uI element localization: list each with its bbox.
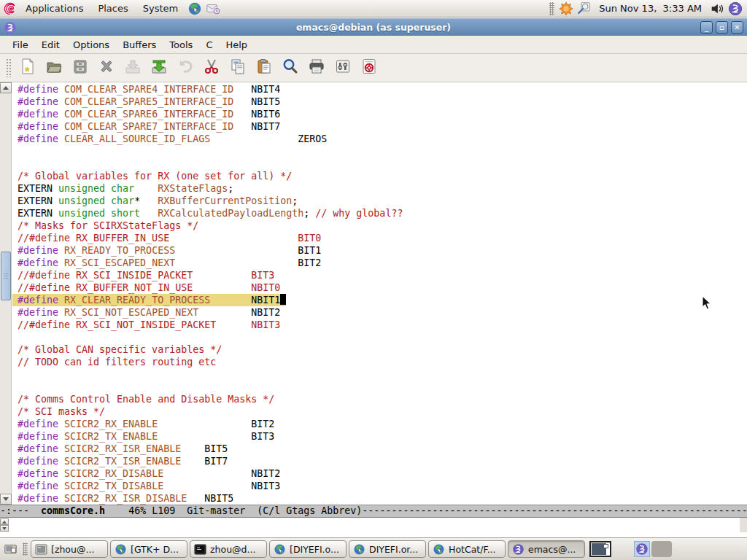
taskbar-button[interactable]: [GTK+ D... [110,540,187,558]
code-line[interactable]: EXTERN unsigned char* RXBufferCurrentPos… [18,195,747,207]
save-as-button[interactable] [147,56,171,79]
toolbar-grip[interactable] [6,58,12,77]
code-line[interactable]: //#define RX_SCI_NOT_INSIDE_PACKET NBIT3 [18,319,747,331]
code-line[interactable]: // TODO can id filters routing etc [18,356,747,368]
code-line[interactable]: #define RX_SCI_ESCAPED_NEXT BIT2 [18,257,747,269]
tray-emacs-icon[interactable] [634,541,650,557]
tray-slot[interactable] [651,541,672,557]
code-line[interactable] [18,145,747,158]
paste-button[interactable] [252,56,276,79]
code-line[interactable]: #define SCICR2_TX_ISR_ENABLE BIT7 [18,455,747,467]
code-line[interactable]: #define RX_CLEAR_READY_TO_PROCESS NBIT1 [18,294,747,306]
search-button[interactable] [278,56,303,79]
code-line[interactable]: /* Global CAN specific variables */ [18,343,747,356]
emacs-icon[interactable] [727,1,743,16]
code-line[interactable]: #define RX_SCI_NOT_ESCAPED_NEXT NBIT2 [18,306,747,319]
menu-options[interactable]: Options [66,37,116,52]
code-line[interactable]: #define SCICR2_RX_ENABLE BIT2 [18,418,747,430]
menu-buffers[interactable]: Buffers [116,37,163,52]
mail-icon[interactable] [205,1,220,16]
code-line[interactable]: EXTERN unsigned short RXCalculatedPayloa… [18,207,747,219]
minibuffer-scroll-down-button[interactable] [0,525,9,532]
copy-button[interactable] [225,56,250,79]
left-scrollbar[interactable] [0,82,12,505]
open-file-button[interactable] [42,56,66,79]
cut-button[interactable] [199,56,224,79]
workspace-switcher[interactable] [589,541,611,557]
code-line[interactable] [18,331,747,343]
menu-edit[interactable]: Edit [35,37,66,52]
code-line[interactable]: #define COM_CLEAR_SPARE7_INTERFACE_ID NB… [18,120,747,133]
debian-logo-icon[interactable] [1,1,17,16]
menu-tools[interactable]: Tools [163,37,199,52]
tasklist-drag-handle[interactable] [23,542,28,556]
code-line[interactable]: //#define RX_BUFFER_IN_USE BIT0 [18,232,747,244]
print-button[interactable] [304,56,329,79]
browser-globe-icon[interactable] [187,1,202,16]
menu-help[interactable]: Help [219,37,254,52]
code-line[interactable]: #define SCICR2_TX_ENABLE BIT3 [18,430,747,443]
panel-menu-applications[interactable]: Applications [18,0,90,18]
menu-file[interactable]: File [6,37,35,52]
code-line[interactable]: #define CLEAR_ALL_SOURCE_ID_FLAGS ZEROS [18,133,747,145]
taskbar-button[interactable]: HotCat/F... [428,540,506,558]
cut-icon [203,58,220,78]
panel-menu-places[interactable]: Places [90,0,135,18]
taskbar-button[interactable]: DIYEFI.or... [349,540,426,558]
emacs-modeline: -:--- commsCore.h 46% L109 Git-master (C… [0,505,747,518]
updates-starburst-icon[interactable] [558,1,573,16]
taskbar-button[interactable]: emacs@... [508,540,585,558]
taskbar-button[interactable]: [zhou@... [31,540,108,558]
show-desktop-button[interactable] [1,540,19,558]
save-button [120,56,145,79]
code-line[interactable]: /* SCI masks */ [18,405,747,418]
taskbar-button[interactable]: [DIYEFI.o... [269,540,347,558]
minimize-button[interactable]: _ [700,21,713,34]
code-line[interactable] [18,158,747,170]
code-buffer[interactable]: #define COM_CLEAR_SPARE4_INTERFACE_ID NB… [12,82,747,505]
code-line[interactable]: EXTERN unsigned char RXStateFlags; [18,182,747,195]
code-line[interactable]: /* Comms Control Enable and Disable Mask… [18,393,747,405]
menu-c[interactable]: C [199,37,219,52]
help-button[interactable] [357,56,382,79]
emacs-titlebar[interactable]: emacs@debian (as superuser) _ ▫ ✕ [0,18,747,36]
code-line[interactable]: //#define RX_BUFFER_NOT_IN_USE NBIT0 [18,281,747,294]
code-line[interactable]: /* Masks for SCIRXStateFlags */ [18,219,747,232]
code-line[interactable]: //#define RX_SCI_INSIDE_PACKET BIT3 [18,269,747,281]
code-line[interactable] [18,368,747,381]
panel-clock[interactable]: Sun Nov 13, 3:33 AM [593,3,708,14]
code-line[interactable]: #define SCICR2_RX_ISR_DISABLE NBIT5 [18,492,747,505]
code-line[interactable]: #define SCICR2_TX_DISABLE NBIT3 [18,480,747,492]
maximize-button[interactable]: ▫ [716,21,728,34]
globe-icon [353,543,365,556]
mouse-cursor [702,295,712,314]
editor-area[interactable]: #define COM_CLEAR_SPARE4_INTERFACE_ID NB… [0,82,747,505]
taskbar-button[interactable]: zhou@d... [190,540,267,558]
new-file-button[interactable] [15,56,40,79]
panel-menu-system[interactable]: System [136,0,185,18]
close-button[interactable]: ✕ [731,21,743,34]
scroll-down-button[interactable] [0,494,12,505]
undo-icon [177,58,194,78]
kill-buffer-button[interactable] [94,56,119,79]
minibuffer-scrollbar[interactable] [0,518,9,532]
dired-button[interactable] [68,56,93,79]
code-line[interactable]: #define RX_READY_TO_PROCESS BIT1 [18,244,747,257]
emacs-minibuffer[interactable] [0,518,747,532]
speaker-icon[interactable] [709,1,724,16]
code-line[interactable]: /* Global variables for RX (one set for … [18,170,747,182]
window-resize-edge[interactable] [740,518,747,532]
code-line[interactable] [18,381,747,393]
code-line[interactable]: #define COM_CLEAR_SPARE5_INTERFACE_ID NB… [18,96,747,108]
minibuffer-scroll-up-button[interactable] [0,518,9,525]
magnifier-icon[interactable] [576,1,592,16]
code-line[interactable]: #define COM_CLEAR_SPARE4_INTERFACE_ID NB… [18,83,747,96]
code-line[interactable]: #define SCICR2_RX_DISABLE NBIT2 [18,467,747,480]
scroll-up-button[interactable] [0,82,12,93]
new-file-icon [19,58,36,78]
code-line[interactable]: #define SCICR2_RX_ISR_ENABLE BIT5 [18,443,747,455]
panel-drag-handle[interactable] [549,2,554,15]
code-line[interactable]: #define COM_CLEAR_SPARE6_INTERFACE_ID NB… [18,108,747,120]
scrollbar-thumb[interactable] [1,252,11,300]
preferences-button[interactable] [330,56,355,79]
